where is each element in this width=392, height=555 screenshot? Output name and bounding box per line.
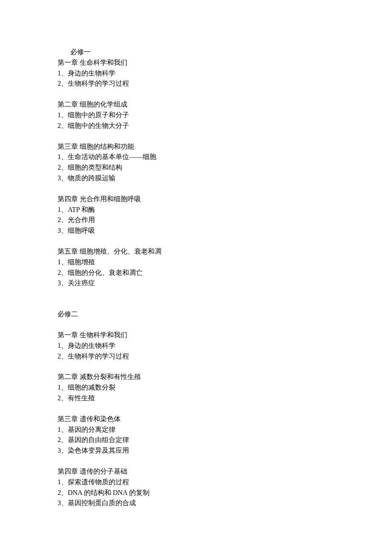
chapter-title: 第四章 遗传的分子基础 bbox=[58, 466, 334, 477]
chapter-block: 第五章 细胞增殖、分化、衰老和凋 1、细胞增殖 2、细胞的分化、衰老和凋亡 3、… bbox=[58, 246, 334, 289]
list-item: 1、基因的分离定律 bbox=[58, 425, 334, 435]
list-item: 3、细胞呼吸 bbox=[58, 225, 334, 236]
list-item: 1、细胞中的原子和分子 bbox=[58, 110, 334, 121]
spacer bbox=[58, 131, 334, 142]
list-item: 1、身边的生物科学 bbox=[58, 341, 334, 351]
chapter-title: 第二章 细胞的化学组成 bbox=[58, 99, 334, 110]
chapter-title: 第四章 光合作用和细胞呼吸 bbox=[58, 194, 334, 205]
chapter-block: 第三章 遗传和染色体 1、基因的分离定律 2、基因的自由组合定律 3、染色体变异… bbox=[58, 414, 334, 456]
chapter-title: 第二章 减数分裂和有性生殖 bbox=[58, 372, 334, 382]
document-page: 必修一 第一章 生命科学和我们 1、身边的生物科学 2、生物科学的学习过程 第二… bbox=[0, 0, 334, 526]
list-item: 3、基因控制蛋白质的合成 bbox=[58, 498, 334, 509]
spacer bbox=[58, 236, 334, 246]
spacer bbox=[58, 89, 334, 99]
chapter-block: 第一章 生物科学和我们 1、身边的生物科学 2、生物科学的学习过程 bbox=[58, 330, 334, 361]
list-item: 2、细胞中的生物大分子 bbox=[58, 121, 334, 131]
spacer bbox=[58, 456, 334, 466]
spacer bbox=[58, 184, 334, 194]
list-item: 3、物质的跨膜运输 bbox=[58, 173, 334, 184]
chapter-block: 第四章 光合作用和细胞呼吸 1、ATP 和酶 2、光合作用 3、细胞呼吸 bbox=[58, 194, 334, 236]
chapter-block: 第二章 细胞的化学组成 1、细胞中的原子和分子 2、细胞中的生物大分子 bbox=[58, 99, 334, 131]
spacer bbox=[58, 361, 334, 372]
list-item: 2、细胞的分化、衰老和凋亡 bbox=[58, 268, 334, 278]
chapter-title: 第五章 细胞增殖、分化、衰老和凋 bbox=[58, 246, 334, 257]
spacer bbox=[58, 404, 334, 414]
book-title-text: 必修一 bbox=[70, 48, 91, 55]
chapter-title: 第一章 生命科学和我们 bbox=[58, 58, 334, 68]
list-item: 2、生物科学的学习过程 bbox=[58, 351, 334, 362]
book-title: 必修一 bbox=[58, 47, 334, 58]
chapter-title: 第一章 生物科学和我们 bbox=[58, 330, 334, 341]
spacer bbox=[58, 320, 334, 330]
list-item: 2、光合作用 bbox=[58, 215, 334, 225]
chapter-block: 第一章 生命科学和我们 1、身边的生物科学 2、生物科学的学习过程 bbox=[58, 58, 334, 89]
list-item: 1、探索遗传物质的过程 bbox=[58, 477, 334, 488]
chapter-block: 第三章 细胞的结构和功能 1、生命活动的基本单位——细胞 2、细胞的类型和结构 … bbox=[58, 142, 334, 184]
list-item: 1、生命活动的基本单位——细胞 bbox=[58, 152, 334, 162]
chapter-block: 第四章 遗传的分子基础 1、探索遗传物质的过程 2、DNA 的结构和 DNA 的… bbox=[58, 466, 334, 509]
list-item: 2、有性生殖 bbox=[58, 393, 334, 404]
list-item: 1、细胞增殖 bbox=[58, 257, 334, 268]
spacer bbox=[58, 289, 334, 309]
list-item: 3、染色体变异及其应用 bbox=[58, 445, 334, 456]
list-item: 2、生物科学的学习过程 bbox=[58, 78, 334, 89]
list-item: 3、关注癌症 bbox=[58, 278, 334, 289]
chapter-title: 第三章 细胞的结构和功能 bbox=[58, 142, 334, 152]
chapter-block: 第二章 减数分裂和有性生殖 1、细胞的减数分裂 2、有性生殖 bbox=[58, 372, 334, 403]
list-item: 1、细胞的减数分裂 bbox=[58, 382, 334, 393]
list-item: 1、身边的生物科学 bbox=[58, 68, 334, 79]
list-item: 1、ATP 和酶 bbox=[58, 205, 334, 215]
book-title-text: 必修二 bbox=[58, 310, 78, 318]
list-item: 2、DNA 的结构和 DNA 的复制 bbox=[58, 488, 334, 498]
chapter-title: 第三章 遗传和染色体 bbox=[58, 414, 334, 425]
book-title: 必修二 bbox=[58, 309, 334, 320]
list-item: 2、基因的自由组合定律 bbox=[58, 435, 334, 445]
list-item: 2、细胞的类型和结构 bbox=[58, 162, 334, 173]
